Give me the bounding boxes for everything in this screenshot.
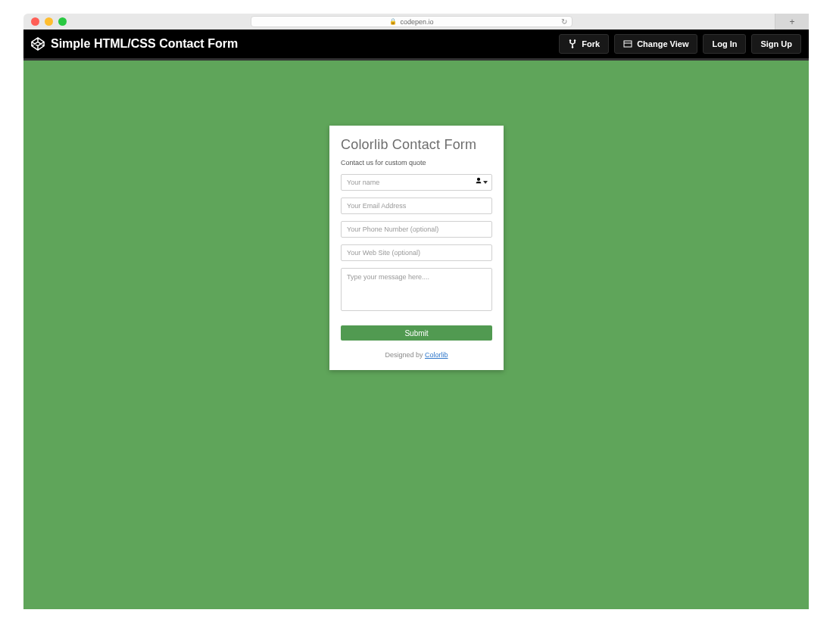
message-textarea[interactable]	[341, 268, 492, 311]
submit-button[interactable]: Submit	[341, 325, 492, 341]
form-title: Colorlib Contact Form	[341, 137, 492, 153]
credit-link[interactable]: Colorlib	[425, 351, 448, 359]
svg-point-2	[572, 46, 574, 48]
address-bar[interactable]: 🔒 codepen.io ↻	[251, 16, 572, 27]
zoom-window-icon[interactable]	[58, 17, 67, 26]
new-tab-button[interactable]: +	[775, 14, 809, 30]
close-window-icon[interactable]	[31, 17, 39, 26]
svg-rect-3	[624, 41, 632, 47]
phone-input[interactable]	[341, 221, 492, 238]
chevron-down-icon	[483, 181, 488, 184]
svg-point-1	[574, 39, 576, 42]
sign-up-button[interactable]: Sign Up	[751, 34, 801, 54]
email-input[interactable]	[341, 198, 492, 214]
name-input[interactable]	[341, 174, 492, 191]
form-credit: Designed by Colorlib	[341, 351, 492, 359]
browser-window: 🔒 codepen.io ↻ + Simple HTML/CSS Contact…	[23, 14, 809, 627]
address-bar-text: codepen.io	[400, 18, 433, 26]
lock-icon: 🔒	[389, 18, 397, 25]
website-input[interactable]	[341, 244, 492, 261]
svg-point-0	[569, 39, 572, 42]
contact-form-card: Colorlib Contact Form Contact us for cus…	[329, 126, 504, 370]
browser-chrome: 🔒 codepen.io ↻ +	[23, 14, 809, 30]
form-subtitle: Contact us for custom quote	[341, 159, 492, 166]
codepen-logo-icon	[31, 37, 45, 51]
credit-prefix: Designed by	[385, 351, 425, 359]
minimize-window-icon[interactable]	[45, 17, 53, 26]
fork-button[interactable]: Fork	[559, 34, 609, 54]
log-in-button[interactable]: Log In	[703, 34, 746, 54]
pen-output: Colorlib Contact Form Contact us for cus…	[23, 58, 809, 609]
sign-up-label: Sign Up	[760, 39, 792, 48]
change-view-label: Change View	[637, 39, 688, 48]
person-icon	[475, 177, 482, 186]
change-view-button[interactable]: Change View	[614, 34, 697, 54]
fork-label: Fork	[582, 39, 600, 48]
name-field-adornment[interactable]	[475, 177, 488, 186]
pen-title: Simple HTML/CSS Contact Form	[51, 37, 238, 51]
layout-icon	[623, 39, 632, 48]
traffic-lights	[31, 17, 67, 26]
log-in-label: Log In	[712, 39, 737, 48]
fork-icon	[568, 39, 577, 48]
codepen-header: Simple HTML/CSS Contact Form Fork Change…	[23, 30, 809, 58]
reload-icon[interactable]: ↻	[561, 17, 567, 26]
